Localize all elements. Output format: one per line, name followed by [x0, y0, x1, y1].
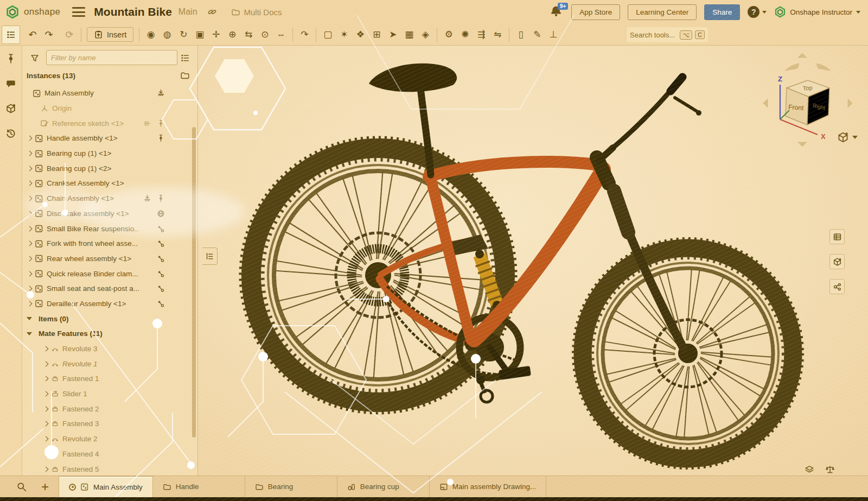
rotate-right-arrow[interactable]	[848, 99, 852, 107]
expand-chevron-icon[interactable]	[43, 376, 49, 382]
replicate-icon[interactable]: ✶	[336, 27, 352, 43]
revolute-mate-icon[interactable]: ↻	[175, 27, 192, 43]
app-store-button[interactable]: App Store	[571, 4, 620, 20]
fastened-mate-icon[interactable]: ◉	[143, 27, 159, 43]
slider-mate-icon[interactable]: ⇆	[240, 27, 257, 43]
interference-check-icon[interactable]: ◈	[417, 27, 433, 43]
notifications-button[interactable]: 9+	[550, 5, 564, 19]
instance-row[interactable]: Bearing cup (1) <1>	[22, 146, 197, 161]
expand-chevron-icon[interactable]	[27, 286, 33, 291]
create-folder-icon[interactable]	[180, 71, 190, 80]
spin-cw-arrow[interactable]	[816, 64, 831, 71]
instance-row[interactable]: Quick release Binder clam...	[22, 266, 197, 281]
rotate-left-arrow[interactable]	[763, 99, 768, 107]
instance-row[interactable]: Bearing cup (1) <2>	[22, 161, 197, 176]
main-menu-icon[interactable]	[72, 7, 85, 17]
mate-connector-panel-icon[interactable]	[5, 53, 16, 64]
named-positions-icon[interactable]: ⇋	[489, 27, 506, 43]
standard-content-panel-icon[interactable]	[5, 103, 16, 114]
drag-parts-icon[interactable]: ➤	[385, 27, 401, 43]
appearance-panel-button[interactable]	[829, 254, 845, 269]
instance-row[interactable]: Derailleur Assembly <1>	[22, 296, 197, 312]
edit-drawing-icon[interactable]: ✎	[529, 27, 545, 43]
bom-panel-button[interactable]	[829, 229, 845, 244]
view-options-button[interactable]	[839, 132, 858, 142]
user-menu[interactable]: Onshape Instructor	[774, 6, 860, 18]
expand-chevron-icon[interactable]	[27, 256, 33, 261]
instances-panel-toggle-button[interactable]	[2, 26, 20, 44]
comments-panel-icon[interactable]	[5, 78, 16, 89]
expand-chevron-icon[interactable]	[43, 406, 49, 411]
help-menu[interactable]: ?	[748, 6, 767, 18]
add-tab-button[interactable]: +	[41, 480, 49, 493]
mate-feature-row[interactable]: Slider 1	[22, 386, 197, 402]
expand-chevron-icon[interactable]	[27, 241, 33, 246]
search-tools-box[interactable]: Search tools... ⌥ C	[627, 27, 708, 42]
mate-feature-row[interactable]: Fastened 3	[22, 416, 197, 432]
linear-pattern-icon[interactable]: ⇶	[473, 27, 489, 43]
pin-slot-mate-icon[interactable]: ⊙	[257, 27, 273, 43]
instance-row[interactable]: Small Bike Rear suspensio...	[22, 221, 197, 236]
expand-chevron-icon[interactable]	[43, 466, 49, 472]
versions-history-panel-icon[interactable]	[5, 128, 16, 139]
instance-row[interactable]: Reference sketch <1>	[22, 116, 197, 131]
instance-row[interactable]: Fork with front wheel asse...	[22, 236, 197, 251]
rotate-down-arrow[interactable]	[798, 142, 807, 147]
planar-mate-icon[interactable]: ✛	[208, 27, 224, 43]
filter-input[interactable]	[46, 50, 177, 65]
expand-chevron-icon[interactable]	[43, 436, 49, 442]
expand-chevron-icon[interactable]	[27, 226, 33, 231]
units-scale-icon[interactable]	[825, 465, 835, 474]
mate-feature-row[interactable]: Revolute 3	[22, 341, 197, 357]
tab-manager-icon[interactable]	[16, 481, 27, 492]
expand-chevron-icon[interactable]	[27, 151, 33, 156]
expand-chevron-icon[interactable]	[43, 451, 49, 456]
expand-chevron-icon[interactable]	[27, 136, 33, 141]
cylindrical-mate-icon[interactable]: ⊕	[224, 27, 240, 43]
mate-feature-row[interactable]: Revolute 2	[22, 432, 197, 447]
graphics-viewport[interactable]: Top Front Right Z X	[198, 46, 868, 475]
mate-feature-row[interactable]: Fastened 2	[22, 401, 197, 416]
mate-connector-icon[interactable]: ▣	[192, 27, 208, 43]
tab-bearing[interactable]: Bearing	[245, 476, 337, 497]
view-cube[interactable]: Top Front Right Z X	[757, 49, 860, 152]
tab-bearing-cup[interactable]: Bearing cup	[337, 476, 430, 497]
expand-chevron-icon[interactable]	[43, 391, 49, 397]
instance-row[interactable]: Origin	[22, 101, 197, 116]
expand-chevron-icon[interactable]	[43, 421, 49, 427]
tab-main-assembly[interactable]: Main Assembly	[59, 476, 153, 497]
panel-scrollbar[interactable]	[192, 127, 196, 437]
configurations-panel-button[interactable]	[829, 279, 845, 294]
sync-update-button[interactable]: ⟳	[61, 27, 78, 43]
learning-center-button[interactable]: Learning Center	[628, 4, 697, 20]
mate-feature-row[interactable]: Fastened 4	[22, 447, 197, 462]
instance-row[interactable]: Small seat and seat-post a...	[22, 281, 197, 296]
redo-button[interactable]: ↷	[41, 27, 57, 43]
instance-row[interactable]: Rear wheel assembly <1>	[22, 251, 197, 267]
insert-part-icon[interactable]: ⊞	[368, 27, 385, 43]
workspace-name[interactable]: Main	[178, 7, 197, 17]
instance-row[interactable]: Disc brake assembly <1>	[22, 206, 197, 221]
undo-button[interactable]: ↶	[24, 27, 41, 43]
parallel-mate-icon[interactable]: ⇔	[273, 27, 289, 43]
expand-chevron-icon[interactable]	[27, 196, 33, 201]
mate-features-header[interactable]: Mate Features (11)	[22, 326, 197, 341]
expand-chevron-icon[interactable]	[27, 166, 33, 171]
share-link-icon[interactable]	[207, 7, 217, 17]
render-quality-icon[interactable]	[805, 465, 814, 474]
list-view-icon[interactable]	[180, 53, 190, 63]
instance-row[interactable]: Chain Assembly <1>	[22, 191, 197, 206]
insert-button[interactable]: Insert	[87, 27, 133, 42]
filter-icon[interactable]	[30, 53, 40, 63]
rotate-up-arrow[interactable]	[798, 53, 807, 58]
assembly-settings-icon[interactable]: ⚙	[441, 27, 457, 43]
expand-chevron-icon[interactable]	[43, 361, 49, 366]
mate-feature-row[interactable]: Fastened 5	[22, 461, 197, 477]
expand-chevron-icon[interactable]	[27, 271, 33, 276]
tree-flyout-button[interactable]	[202, 248, 218, 265]
expand-chevron-icon[interactable]	[43, 346, 49, 352]
tab-main-assembly-drawing[interactable]: Main assembly Drawing...	[430, 476, 547, 497]
bom-table-icon[interactable]: ▦	[401, 27, 417, 43]
share-button[interactable]: Share	[704, 4, 740, 20]
assembly-features-icon[interactable]: ✺	[457, 27, 473, 43]
